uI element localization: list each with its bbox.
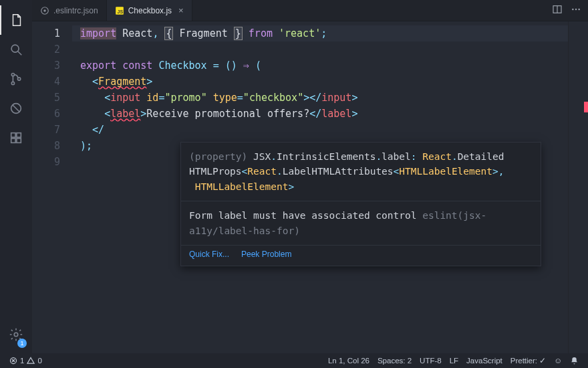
code-line: <Fragment>	[72, 74, 568, 90]
svg-point-13	[43, 9, 46, 12]
status-language[interactable]: JavaScript	[462, 357, 506, 365]
code-area[interactable]: import React, { Fragment } from 'react';…	[72, 21, 568, 353]
more-actions-icon[interactable]	[571, 4, 581, 17]
code-line: export const Checkbox = () ⇒ (	[72, 58, 568, 74]
error-icon	[9, 357, 17, 365]
source-control-icon[interactable]	[0, 64, 32, 94]
status-prettier[interactable]: Prettier: ✓	[506, 356, 550, 365]
svg-line-6	[13, 105, 20, 112]
code-editor[interactable]: 1 2 3 4 5 6 7 8 9 import React, { Fragme…	[32, 21, 588, 353]
status-eol[interactable]: LF	[446, 357, 462, 365]
status-cursor-position[interactable]: Ln 1, Col 26	[324, 357, 374, 365]
status-indent[interactable]: Spaces: 2	[374, 357, 416, 365]
svg-point-18	[572, 8, 573, 9]
svg-rect-8	[17, 133, 21, 137]
code-line: <label>Receive promotional offers?</labe…	[72, 106, 568, 122]
hover-actions: Quick Fix... Peek Problem	[181, 245, 541, 266]
peek-problem-link[interactable]: Peek Problem	[241, 250, 291, 259]
settings-badge: 1	[17, 339, 27, 348]
code-line: </	[72, 122, 568, 138]
tab-eslintrc[interactable]: .eslintrc.json	[32, 0, 107, 21]
extensions-icon[interactable]	[0, 123, 32, 153]
activity-bar: 1	[0, 0, 32, 353]
quick-fix-link[interactable]: Quick Fix...	[189, 250, 229, 259]
svg-rect-10	[17, 139, 21, 143]
json-file-icon	[40, 6, 49, 15]
code-line: import React, { Fragment } from 'react';	[72, 25, 568, 41]
explorer-icon[interactable]	[0, 5, 32, 35]
svg-text:JS: JS	[117, 9, 123, 13]
svg-point-4	[17, 78, 20, 80]
svg-rect-9	[11, 139, 15, 143]
hover-tooltip: (property) JSX.IntrinsicElements.label: …	[180, 142, 541, 266]
svg-line-1	[18, 52, 22, 56]
close-icon[interactable]: ×	[178, 5, 184, 15]
svg-point-20	[578, 8, 579, 9]
hover-signature: (property) JSX.IntrinsicElements.label: …	[181, 143, 541, 201]
svg-rect-7	[11, 133, 15, 137]
status-problems[interactable]: 1 0	[5, 357, 46, 365]
svg-point-0	[11, 45, 19, 52]
code-line: <input id="promo" type="checkbox"></inpu…	[72, 90, 568, 106]
tab-label: Checkbox.js	[128, 6, 172, 15]
svg-point-11	[14, 333, 18, 337]
status-bar: 1 0 Ln 1, Col 26 Spaces: 2 UTF-8 LF Java…	[0, 353, 588, 368]
split-editor-icon[interactable]	[552, 4, 563, 17]
svg-point-3	[11, 82, 14, 84]
svg-point-2	[11, 73, 14, 76]
status-feedback-icon[interactable]: ☺	[550, 357, 566, 365]
warning-icon	[27, 357, 35, 365]
js-file-icon: JS	[115, 6, 124, 15]
search-icon[interactable]	[0, 35, 32, 64]
settings-gear-icon[interactable]: 1	[0, 320, 32, 349]
tab-label: .eslintrc.json	[53, 6, 98, 15]
code-line	[72, 41, 568, 58]
status-bell-icon[interactable]	[566, 357, 583, 365]
status-encoding[interactable]: UTF-8	[416, 357, 446, 365]
minimap[interactable]	[568, 21, 588, 353]
tab-checkbox-js[interactable]: JS Checkbox.js ×	[107, 0, 192, 21]
line-number-gutter: 1 2 3 4 5 6 7 8 9	[32, 21, 72, 353]
svg-point-19	[575, 8, 577, 9]
tab-bar: .eslintrc.json JS Checkbox.js ×	[32, 0, 588, 21]
hover-message: Form label must have associated control …	[181, 201, 541, 245]
debug-icon[interactable]	[0, 94, 32, 123]
minimap-error-marker	[584, 102, 588, 112]
